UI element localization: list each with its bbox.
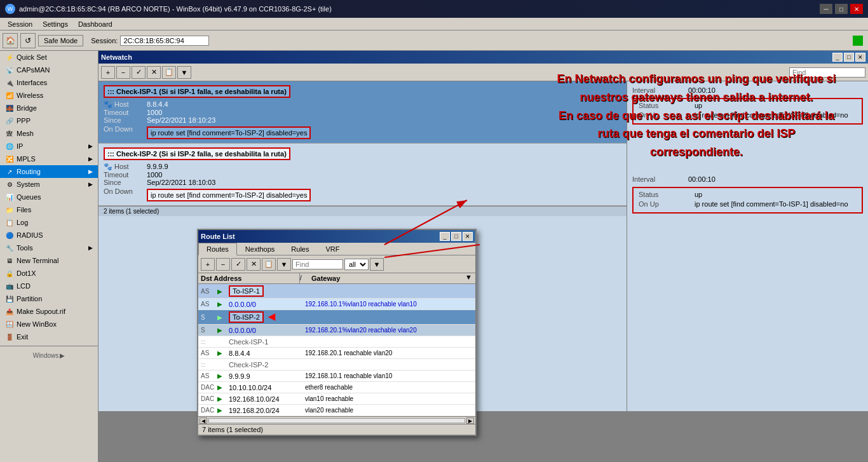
route-row-dac3[interactable]: DAC ▶ 192.168.20.0/24 vlan20 reachable <box>198 405 475 416</box>
route-dst-isp1-data: 0.0.0.0/0 <box>226 299 302 309</box>
col-dst-address[interactable]: Dst Address <box>198 273 300 283</box>
route-row-check-isp2[interactable]: ::: Check-ISP-2 <box>198 359 475 370</box>
route-scrollbar[interactable]: ◀ ▶ <box>198 416 475 424</box>
close-button[interactable]: ✕ <box>850 4 863 14</box>
sidebar-item-bridge[interactable]: 🌉 Bridge <box>0 102 98 114</box>
sidebar-label-interfaces: Interfaces <box>17 79 47 86</box>
sidebar-item-files[interactable]: 📁 Files <box>0 203 98 216</box>
main-layout: ⚡ Quick Set 📡 CAPsMAN 🔌 Interfaces 📶 Wir… <box>0 51 868 462</box>
netwatch-close[interactable]: ✕ <box>855 53 865 62</box>
route-row-isp2[interactable]: S ▶ To-ISP-2 ◀ <box>198 310 475 325</box>
sidebar-item-exit[interactable]: 🚪 Exit <box>0 330 98 343</box>
nw-ondown-label-1: On Down <box>104 125 142 140</box>
log-icon: 📋 <box>5 218 14 227</box>
tab-rules[interactable]: Rules <box>283 243 317 255</box>
col-scroll-btn[interactable]: ▼ <box>465 273 475 283</box>
scroll-left[interactable]: ◀ <box>200 418 207 424</box>
nw-host-value-1: 8.8.4.4 <box>147 100 168 109</box>
scroll-right[interactable]: ▶ <box>466 418 474 424</box>
sidebar-item-routing[interactable]: ↗ Routing ▶ <box>0 165 98 178</box>
netwatch-edit-button[interactable]: ✓ <box>132 66 146 79</box>
netwatch-minimize[interactable]: _ <box>832 53 843 62</box>
route-row-dac2[interactable]: DAC ▶ 192.168.10.0/24 vlan10 reachable <box>198 393 475 405</box>
sidebar-item-mesh[interactable]: 🕸 Mesh <box>0 127 98 140</box>
nw-timeout-value-1: 1000 <box>147 109 162 116</box>
sidebar-item-new-terminal[interactable]: 🖥 New Terminal <box>0 254 98 267</box>
route-row-check-isp1-data[interactable]: AS ▶ 8.8.4.4 192.168.20.1 reachable vlan… <box>198 348 475 359</box>
tab-routes[interactable]: Routes <box>198 243 237 255</box>
netwatch-copy-button[interactable]: 📋 <box>162 66 176 79</box>
route-filter-select[interactable]: all <box>344 259 369 270</box>
minimize-button[interactable]: ─ <box>820 4 832 14</box>
home-button[interactable]: 🏠 <box>3 33 18 48</box>
route-row-dac1[interactable]: DAC ▶ 10.10.10.0/24 ether8 reachable <box>198 382 475 393</box>
sidebar-item-log[interactable]: 📋 Log <box>0 216 98 229</box>
sidebar-item-mpls[interactable]: 🔀 MPLS ▶ <box>0 153 98 165</box>
route-list-maximize[interactable]: □ <box>451 232 461 241</box>
route-edit-button[interactable]: ✓ <box>231 258 245 271</box>
tab-vrf[interactable]: VRF <box>317 243 348 255</box>
netwatch-remove-button[interactable]: − <box>116 66 130 79</box>
sidebar-item-dot1x[interactable]: 🔒 Dot1X <box>0 267 98 280</box>
safe-mode-button[interactable]: Safe Mode <box>38 35 83 46</box>
sidebar-item-capsman[interactable]: 📡 CAPsMAN <box>0 64 98 76</box>
sidebar-label-new-winbox: New WinBox <box>17 320 57 328</box>
route-row-isp1-data[interactable]: AS ▶ 0.0.0.0/0 192.168.10.1%vlan10 reach… <box>198 299 475 310</box>
route-check-isp1-label: Check-ISP-1 <box>226 337 302 347</box>
sidebar-item-ppp[interactable]: 🔗 PPP <box>0 114 98 127</box>
route-dst-check-isp1: 8.8.4.4 <box>226 348 302 358</box>
route-remove-button[interactable]: − <box>216 258 230 271</box>
netwatch-filter-button[interactable]: ▼ <box>177 66 191 79</box>
route-find-input[interactable] <box>292 259 343 269</box>
sidebar-item-ip[interactable]: 🌐 IP ▶ <box>0 140 98 153</box>
sidebar-item-tools[interactable]: 🔧 Tools ▶ <box>0 241 98 254</box>
menu-dashboard[interactable]: Dashboard <box>73 19 118 29</box>
windows-sidebar-item[interactable]: Windows ▶ <box>0 346 98 365</box>
mpls-arrow: ▶ <box>88 156 93 162</box>
sidebar-item-lcd[interactable]: 📺 LCD <box>0 280 98 292</box>
maximize-button[interactable]: □ <box>835 4 848 14</box>
sidebar-label-mpls: MPLS <box>17 155 36 163</box>
tab-nexthops[interactable]: Nexthops <box>237 243 283 255</box>
netwatch-cancel-button[interactable]: ✕ <box>147 66 161 79</box>
sidebar-item-quick-set[interactable]: ⚡ Quick Set <box>0 51 98 64</box>
mesh-icon: 🕸 <box>5 129 14 138</box>
netwatch-add-button[interactable]: + <box>101 66 115 79</box>
sidebar-item-wireless[interactable]: 📶 Wireless <box>0 89 98 102</box>
system-arrow: ▶ <box>88 181 93 187</box>
route-list-close[interactable]: ✕ <box>463 232 473 241</box>
col-gateway[interactable]: Gateway <box>309 273 465 283</box>
sidebar-label-partition: Partition <box>17 295 42 302</box>
route-row-isp2-data[interactable]: S ▶ 0.0.0.0/0 192.168.20.1%vlan20 reacha… <box>198 325 475 336</box>
route-row-isp1[interactable]: AS ▶ To-ISP-1 <box>198 284 475 299</box>
route-row-check-isp1[interactable]: ::: Check-ISP-1 <box>198 336 475 348</box>
route-filter-button[interactable]: ▼ <box>277 258 291 271</box>
sidebar-label-exit: Exit <box>17 333 28 341</box>
route-type-isp1: AS <box>198 287 217 296</box>
menu-settings[interactable]: Settings <box>37 19 73 29</box>
sidebar-item-system[interactable]: ⚙ System ▶ <box>0 178 98 191</box>
nw-ondown-label-2: On Down <box>104 187 142 203</box>
refresh-button[interactable]: ↺ <box>20 33 36 48</box>
queues-icon: 📊 <box>5 193 14 201</box>
route-dst-check-isp2: 9.9.9.9 <box>226 371 302 381</box>
route-row-check-isp2-data[interactable]: AS ▶ 9.9.9.9 192.168.10.1 reachable vlan… <box>198 370 475 382</box>
annotation-line3: En caso de que no sea así el script desh… <box>544 107 849 125</box>
sidebar-item-queues[interactable]: 📊 Queues <box>0 191 98 203</box>
menu-session[interactable]: Session <box>3 19 37 29</box>
netwatch-maximize[interactable]: □ <box>844 53 854 62</box>
sidebar-item-make-supout[interactable]: 📤 Make Supout.rif <box>0 305 98 318</box>
interfaces-icon: 🔌 <box>5 78 14 87</box>
route-add-button[interactable]: + <box>201 258 215 271</box>
tools-icon: 🔧 <box>5 243 14 252</box>
sidebar-item-new-winbox[interactable]: 🪟 New WinBox <box>0 318 98 330</box>
route-cancel-button[interactable]: ✕ <box>247 258 261 271</box>
route-copy-button[interactable]: 📋 <box>262 258 276 271</box>
sidebar-item-partition[interactable]: 💾 Partition <box>0 292 98 305</box>
route-filter-go[interactable]: ▼ <box>370 258 384 271</box>
sidebar-item-radius[interactable]: 🔵 RADIUS <box>0 229 98 241</box>
sidebar-item-interfaces[interactable]: 🔌 Interfaces <box>0 76 98 89</box>
session-input[interactable] <box>120 36 209 46</box>
route-list-minimize[interactable]: _ <box>440 232 450 241</box>
route-table-body: AS ▶ To-ISP-1 AS ▶ 0.0.0.0/0 192.168.10.… <box>198 284 475 416</box>
